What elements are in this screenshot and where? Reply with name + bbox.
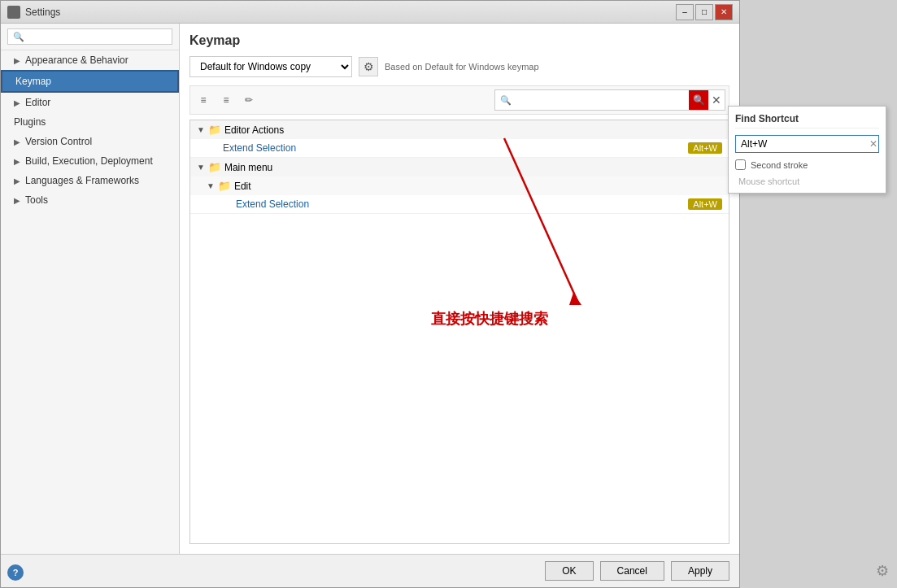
folder-icon: 📁 bbox=[218, 180, 231, 192]
sidebar-item-languages[interactable]: ▶ Languages & Frameworks bbox=[1, 171, 179, 190]
folder-icon: 📁 bbox=[208, 161, 221, 173]
page-title: Keymap bbox=[189, 33, 729, 48]
find-shortcut-second-stroke-row: Second stroke bbox=[735, 159, 879, 170]
folder-icon: 📁 bbox=[208, 124, 221, 136]
keymap-search-input[interactable] bbox=[495, 93, 689, 107]
sidebar-search-input[interactable] bbox=[7, 28, 172, 45]
arrow-icon: ▶ bbox=[14, 157, 20, 166]
expand-arrow-icon: ▼ bbox=[207, 181, 215, 190]
tree-group-main-menu[interactable]: ▼ 📁 Main menu bbox=[190, 158, 729, 176]
expand-arrow-icon: ▼ bbox=[197, 125, 205, 134]
sidebar-item-keymap[interactable]: Keymap bbox=[1, 70, 179, 93]
keymap-toolbar: ≡ ≡ ✏ 🔍 ✕ bbox=[189, 85, 729, 115]
content-area: ▶ Appearance & Behavior Keymap ▶ Editor … bbox=[1, 24, 739, 554]
sidebar-item-label: Editor bbox=[25, 97, 50, 108]
sidebar-item-tools[interactable]: ▶ Tools bbox=[1, 190, 179, 210]
find-shortcut-clear-button[interactable]: ✕ bbox=[868, 137, 878, 151]
sidebar-item-build[interactable]: ▶ Build, Execution, Deployment bbox=[1, 151, 179, 171]
toolbar-edit-button[interactable]: ✏ bbox=[239, 91, 259, 109]
sidebar: ▶ Appearance & Behavior Keymap ▶ Editor … bbox=[1, 24, 180, 554]
toolbar-indent-button[interactable]: ≡ bbox=[216, 91, 236, 109]
keymap-controls: Default for Windows copy ⚙ Based on Defa… bbox=[189, 56, 729, 77]
tree-item-extend-selection-1[interactable]: Extend Selection Alt+W bbox=[190, 139, 729, 158]
sidebar-item-plugins[interactable]: Plugins bbox=[1, 112, 179, 132]
minimize-button[interactable]: – bbox=[676, 4, 694, 20]
find-shortcut-button[interactable]: 🔍 bbox=[689, 90, 708, 110]
mouse-shortcut-label: Mouse shortcut bbox=[735, 176, 879, 186]
find-shortcut-input-wrapper: ✕ bbox=[735, 135, 879, 153]
sidebar-item-label: Appearance & Behavior bbox=[25, 54, 128, 66]
tree-group-label: Main menu bbox=[224, 162, 272, 173]
search-box: 🔍 ✕ bbox=[494, 89, 725, 111]
sidebar-item-label: Tools bbox=[25, 194, 48, 206]
expand-arrow-icon: ▼ bbox=[197, 163, 205, 172]
window-title: Settings bbox=[25, 7, 676, 18]
second-stroke-label: Second stroke bbox=[751, 160, 808, 170]
app-icon bbox=[7, 6, 20, 19]
sidebar-item-appearance-behavior[interactable]: ▶ Appearance & Behavior bbox=[1, 50, 179, 70]
keymap-tree: ▼ 📁 Editor Actions Extend Selection Alt+… bbox=[189, 120, 729, 544]
help-area: ? bbox=[7, 564, 24, 581]
sidebar-item-label: Languages & Frameworks bbox=[25, 175, 139, 186]
tree-item-extend-selection-2[interactable]: Extend Selection Alt+W bbox=[190, 195, 729, 214]
sidebar-item-label: Plugins bbox=[14, 116, 46, 128]
close-search-button[interactable]: ✕ bbox=[708, 92, 725, 108]
maximize-button[interactable]: □ bbox=[695, 4, 713, 20]
arrow-icon: ▶ bbox=[14, 56, 20, 65]
tree-subgroup-label: Edit bbox=[234, 181, 251, 192]
keymap-select[interactable]: Default for Windows copy bbox=[189, 56, 352, 77]
arrow-icon: ▶ bbox=[14, 196, 20, 205]
tree-group-editor-actions[interactable]: ▼ 📁 Editor Actions bbox=[190, 120, 729, 139]
based-on-text: Based on Default for Windows keymap bbox=[385, 62, 539, 72]
right-panel: ⚙ bbox=[740, 0, 897, 588]
help-button[interactable]: ? bbox=[7, 564, 24, 581]
tree-item-label: Extend Selection bbox=[223, 142, 688, 154]
keymap-settings-button[interactable]: ⚙ bbox=[359, 57, 378, 76]
find-shortcut-input[interactable] bbox=[736, 136, 868, 152]
sidebar-item-label: Build, Execution, Deployment bbox=[25, 155, 153, 167]
ok-button[interactable]: OK bbox=[545, 561, 593, 581]
tree-group-label: Editor Actions bbox=[224, 124, 284, 136]
sidebar-item-version-control[interactable]: ▶ Version Control bbox=[1, 132, 179, 151]
close-button[interactable]: ✕ bbox=[715, 4, 733, 20]
second-stroke-checkbox[interactable] bbox=[735, 159, 746, 170]
title-bar-buttons: – □ ✕ bbox=[676, 4, 733, 20]
apply-button[interactable]: Apply bbox=[671, 561, 729, 581]
sidebar-item-label: Keymap bbox=[15, 76, 51, 87]
dialog-footer: ? OK Cancel Apply bbox=[1, 554, 739, 587]
find-shortcut-panel: Find Shortcut ✕ Second stroke Mouse shor… bbox=[728, 106, 886, 194]
arrow-icon: ▶ bbox=[14, 176, 20, 185]
sidebar-item-editor[interactable]: ▶ Editor bbox=[1, 93, 179, 112]
title-bar: Settings – □ ✕ bbox=[1, 1, 739, 24]
sidebar-item-label: Version Control bbox=[25, 136, 92, 147]
arrow-icon: ▶ bbox=[14, 98, 20, 107]
arrow-icon: ▶ bbox=[14, 137, 20, 146]
sidebar-search-area bbox=[1, 24, 179, 50]
gear-icon: ⚙ bbox=[876, 563, 889, 579]
shortcut-badge: Alt+W bbox=[688, 142, 722, 154]
find-shortcut-title: Find Shortcut bbox=[735, 113, 879, 128]
main-panel: Keymap Default for Windows copy ⚙ Based … bbox=[180, 24, 739, 554]
tree-item-label: Extend Selection bbox=[236, 198, 688, 210]
cancel-button[interactable]: Cancel bbox=[600, 561, 664, 581]
shortcut-badge: Alt+W bbox=[688, 198, 722, 210]
toolbar-align-left-button[interactable]: ≡ bbox=[194, 91, 213, 109]
settings-window: Settings – □ ✕ ▶ Appearance & Behavior K… bbox=[0, 0, 740, 588]
tree-subgroup-edit[interactable]: ▼ 📁 Edit bbox=[190, 176, 729, 195]
